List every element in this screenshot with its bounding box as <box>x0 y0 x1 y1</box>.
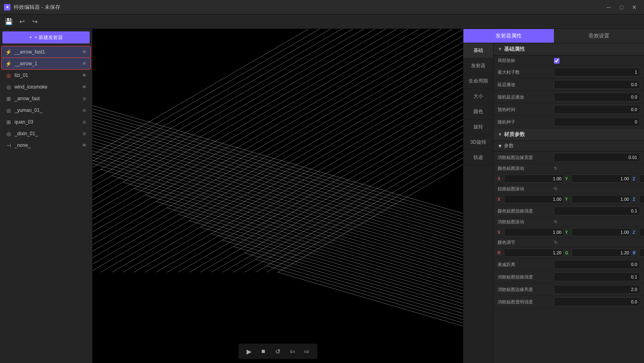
visibility-icon[interactable]: 👁 <box>81 72 87 78</box>
z-label-1: Z <box>633 177 638 181</box>
emitter-name-label: __arrow_fast1 <box>14 49 78 55</box>
b-label: B <box>633 251 638 255</box>
z-label-2: Z <box>633 197 638 202</box>
list-item[interactable]: ⊣_none_👁 <box>2 140 91 151</box>
diffuse-tex-scroll-header: 消散贴图滚动 ↻ <box>494 217 644 227</box>
visibility-icon[interactable]: 👁 <box>81 142 87 148</box>
tab-sound-settings[interactable]: 音效设置 <box>554 29 644 43</box>
diffuse-scroll-y[interactable] <box>572 228 631 236</box>
visibility-icon[interactable]: 👁 <box>81 84 87 90</box>
distort-scroll-x[interactable] <box>504 195 564 203</box>
diffuse-distort-strength-input[interactable] <box>554 272 640 281</box>
emitter-type-icon: ◎ <box>5 72 12 79</box>
max-particles-label: 最大粒子数 <box>498 69 554 75</box>
color-adjust-b[interactable] <box>639 249 644 257</box>
preheat-time-label: 预热时间 <box>498 107 554 113</box>
chevron-down-icon-2: ▼ <box>498 132 502 137</box>
prop-nav-item-3D旋转[interactable]: 3D旋转 <box>463 135 493 150</box>
prop-nav-item-生命周期[interactable]: 生命周期 <box>463 74 493 89</box>
new-emitter-label: + 新建发射器 <box>35 34 63 41</box>
close-button[interactable]: ✕ <box>629 3 640 12</box>
prop-nav-item-旋转[interactable]: 旋转 <box>463 120 493 135</box>
emitter-name-label: wind_icesmoke <box>14 84 78 90</box>
viewport-controls: ▶ ■ ↺ ⇦ ⇨ <box>239 344 317 359</box>
material-params-header[interactable]: ▼ 材质参数 <box>494 128 644 141</box>
prop-nav-item-轨迹[interactable]: 轨迹 <box>463 150 493 165</box>
color-scroll-x[interactable] <box>504 175 564 183</box>
titlebar: ★ 特效编辑器 - 未保存 ─ □ ✕ <box>0 0 644 14</box>
fade-dist-row: 衰减距离 <box>494 258 644 271</box>
diffuse-scroll-z[interactable] <box>639 228 644 236</box>
prop-nav-item-大小[interactable]: 大小 <box>463 89 493 104</box>
list-item[interactable]: ◎_yumao_01_⊘ <box>2 105 91 116</box>
list-item[interactable]: ◎_dixin_01_⊘ <box>2 128 91 139</box>
list-item[interactable]: ⊞quan_03⊘ <box>2 116 91 128</box>
diffuse-edge-width-input[interactable] <box>554 153 640 162</box>
emitter-list: ⚡__arrow_fast1👁⚡__arrow_1👁◎lizi_01👁◎wind… <box>0 46 92 363</box>
maximize-button[interactable]: □ <box>616 3 627 12</box>
save-button[interactable]: 💾 <box>3 16 14 27</box>
color-distort-strength-row: 颜色贴图扭曲强度 <box>494 205 644 217</box>
diffuse-edge-width-row: 消散贴图边缘宽度 <box>494 151 644 164</box>
move-left-button[interactable]: ⇦ <box>287 346 298 357</box>
fade-dist-input[interactable] <box>554 260 640 269</box>
local-coords-checkbox[interactable] <box>554 58 560 64</box>
right-panel: 发射器属性 音效设置 基础发射器生命周期大小颜色旋转3D旋转轨迹 ▼ 基础属性 … <box>463 29 644 363</box>
basic-props-header[interactable]: ▼ 基础属性 <box>494 43 644 56</box>
distort-scroll-y[interactable] <box>572 195 631 203</box>
delay-play-input[interactable] <box>554 80 640 89</box>
visibility-icon[interactable]: ⊘ <box>81 130 87 137</box>
minimize-button[interactable]: ─ <box>603 3 614 12</box>
chevron-down-icon: ▼ <box>498 46 502 52</box>
preheat-time-input[interactable] <box>554 105 640 114</box>
reset-button[interactable]: ↺ <box>272 346 284 357</box>
list-item[interactable]: ⊞_arrow_fast⊘ <box>2 93 91 104</box>
diffuse-tex-scroll-label: 消散贴图滚动 <box>498 219 550 225</box>
max-particles-input[interactable] <box>554 68 640 76</box>
visibility-icon[interactable]: ⊘ <box>81 119 87 125</box>
emitter-type-icon: ◎ <box>5 107 12 114</box>
emitter-name-label: quan_03 <box>14 119 78 125</box>
diffuse-edge-brightness-input[interactable] <box>554 285 640 294</box>
visibility-icon[interactable]: 👁 <box>81 60 87 67</box>
move-right-button[interactable]: ⇨ <box>301 346 313 357</box>
random-delay-input[interactable] <box>554 93 640 101</box>
undo-button[interactable]: ↩ <box>16 16 27 27</box>
visibility-icon[interactable]: 👁 <box>81 49 87 55</box>
emitter-name-label: _none_ <box>14 142 78 148</box>
color-adjust-r[interactable] <box>504 249 564 257</box>
list-item[interactable]: ◎lizi_01👁 <box>2 70 91 81</box>
refresh-icon-2: ↻ <box>554 186 558 192</box>
distort-scroll-z[interactable] <box>639 195 644 203</box>
delay-play-label: 延迟播放 <box>498 82 554 88</box>
list-item[interactable]: ◎wind_icesmoke👁 <box>2 81 91 93</box>
list-item[interactable]: ⚡__arrow_fast1👁 <box>2 46 91 58</box>
prop-nav-item-颜色[interactable]: 颜色 <box>463 104 493 120</box>
color-scroll-y[interactable] <box>572 175 631 183</box>
color-scroll-z[interactable] <box>639 175 644 183</box>
stop-button[interactable]: ■ <box>258 346 269 357</box>
redo-button[interactable]: ↪ <box>29 16 40 27</box>
viewport[interactable]: ▶ ■ ↺ ⇦ ⇨ <box>93 29 463 363</box>
emitter-type-icon: ◎ <box>5 83 12 91</box>
diffuse-scroll-x[interactable] <box>504 228 564 236</box>
emitter-name-label: _dixin_01_ <box>14 131 78 136</box>
prop-nav-item-基础[interactable]: 基础 <box>463 43 493 58</box>
list-item[interactable]: ⚡__arrow_1👁 <box>2 58 91 69</box>
new-emitter-button[interactable]: + + 新建发射器 <box>2 31 90 43</box>
emitter-type-icon: ⊣ <box>5 142 12 149</box>
color-adjust-g[interactable] <box>572 249 631 257</box>
r-label: R <box>498 251 502 255</box>
play-button[interactable]: ▶ <box>243 346 255 357</box>
params-sub-header[interactable]: ▼ 参数 <box>494 141 644 151</box>
visibility-icon[interactable]: ⊘ <box>81 95 87 102</box>
refresh-icon-3: ↻ <box>554 219 558 225</box>
random-seed-input[interactable] <box>554 118 640 126</box>
diffuse-tex-scroll-xyzw: X Y Z W <box>494 227 644 238</box>
color-distort-strength-input[interactable] <box>554 206 640 215</box>
prop-nav-item-发射器[interactable]: 发射器 <box>463 58 493 74</box>
chevron-down-icon-3: ▼ <box>498 143 502 149</box>
diffuse-alpha-input[interactable] <box>554 297 640 306</box>
visibility-icon[interactable]: ⊘ <box>81 107 87 113</box>
tab-emitter-props[interactable]: 发射器属性 <box>463 29 554 43</box>
